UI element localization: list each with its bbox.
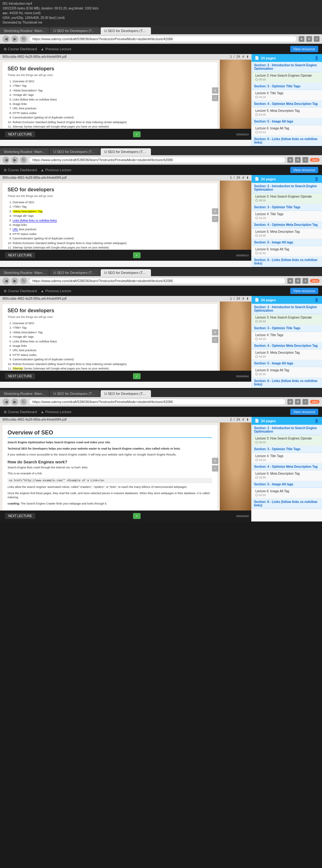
lecture-item-3d[interactable]: Lecture 3: How Search Engines Operate 08… <box>252 435 322 446</box>
lecture-item-6a[interactable]: Lecture 6: Image Alt Tag 02:02 <box>252 125 322 136</box>
course-dashboard-btn-2[interactable]: ⊞ Course Dashboard <box>4 168 37 172</box>
ext-icon-3b[interactable]: ⚙ <box>295 278 301 284</box>
next-lecture-btn-1[interactable]: NEXT LECTURE <box>5 131 35 137</box>
view-resource-btn-1[interactable]: View resource <box>290 46 319 52</box>
nav-back-4[interactable]: ◀ <box>2 398 9 405</box>
nav-refresh-2[interactable]: ↻ <box>20 156 27 163</box>
address-bar-3[interactable]: https://www.udemy.com/draft/538036/learn… <box>29 278 286 284</box>
checkmark-btn-3[interactable]: ✓ <box>133 373 141 379</box>
lecture-item-5c[interactable]: Lecture 5: Meta Description Tag 04:05 <box>252 349 322 360</box>
ext-icon-3a[interactable]: ★ <box>287 278 293 284</box>
tab-seo-active-2[interactable]: U SEO for Developers (Tech...) <box>100 148 151 155</box>
nav-forward-4[interactable]: ▶ <box>11 398 18 405</box>
lecture-item-6d[interactable]: Lecture 6: Image Alt Tag 02:02 <box>252 488 322 499</box>
scroll-down-btn-4[interactable]: − <box>212 465 218 471</box>
view-resource-btn-3[interactable]: View resource <box>290 288 319 294</box>
tab-seo-3[interactable]: U SEO for Developers (Tech...) <box>50 269 100 276</box>
nav-back-1[interactable]: ◀ <box>2 35 9 42</box>
prev-lecture-btn-3[interactable]: ▲ Previous Lecture <box>40 289 71 293</box>
tab-stretching-4[interactable]: Stretching Routine: Warn... <box>0 390 49 397</box>
ext-icon-1[interactable]: ★ <box>299 36 304 42</box>
pdf-refresh-icon-1[interactable]: ↺ <box>242 55 244 58</box>
pdf-refresh-icon-3[interactable]: ↺ <box>242 297 244 300</box>
lecture-item-3b[interactable]: Lecture 3: How Search Engines Operate 08… <box>252 193 322 204</box>
checkmark-btn-1[interactable]: ✓ <box>133 131 141 137</box>
lecture-item-6b[interactable]: Lecture 6: Image Alt Tag 02:02 <box>252 246 322 257</box>
nav-refresh-4[interactable]: ↻ <box>20 398 27 405</box>
ext-icon-4a[interactable]: ★ <box>287 399 293 405</box>
lecture-item-4b[interactable]: Lecture 4: Title Tags 04:16 <box>252 211 322 221</box>
scroll-up-btn-2[interactable]: + <box>212 208 218 215</box>
ext-icon-3c[interactable]: ≡ <box>302 278 308 284</box>
lecture-item-5d[interactable]: Lecture 5: Meta Description Tag 04:05 <box>252 470 322 481</box>
pdf-download-icon-2[interactable]: ⬇ <box>246 176 249 179</box>
scroll-up-btn-4[interactable]: + <box>212 458 218 464</box>
lecture-item-3a[interactable]: Lecture 3: How Search Engines Operate 08… <box>252 72 322 83</box>
pdf-refresh-icon-4[interactable]: ↺ <box>242 418 244 421</box>
course-dashboard-btn-4[interactable]: ⊞ Course Dashboard <box>4 410 37 414</box>
clock-icon-3d <box>255 441 258 443</box>
lecture-item-5b[interactable]: Lecture 5: Meta Description Tag 04:05 <box>252 228 322 239</box>
nav-forward-2[interactable]: ▶ <box>11 156 18 163</box>
course-dashboard-btn-1[interactable]: ⊞ Course Dashboard <box>4 47 37 51</box>
list3-item-4: <Image alt> tags <box>12 335 212 339</box>
course-dashboard-btn-3[interactable]: ⊞ Course Dashboard <box>4 289 37 293</box>
tab-seo-active-3[interactable]: U SEO for Developers (Tech...) <box>100 269 151 276</box>
pdf-download-icon-1[interactable]: ⬇ <box>246 55 249 58</box>
nav-refresh-1[interactable]: ↻ <box>20 35 27 42</box>
next-lecture-btn-4[interactable]: NEXT LECTURE <box>5 513 35 519</box>
lecture-item-3c[interactable]: Lecture 3: How Search Engines Operate 08… <box>252 314 322 325</box>
tab-seo-developers-2[interactable]: U SEO for Developers (Tech...) <box>50 148 100 155</box>
tab-stretching-2[interactable]: Stretching Routine: Warn... <box>0 148 49 155</box>
scroll-down-btn-2[interactable]: − <box>212 216 218 222</box>
prev-icon-4: ▲ <box>40 410 44 414</box>
lecture-item-4d[interactable]: Lecture 4: Title Tags 04:16 <box>252 453 322 463</box>
address-bar-2[interactable]: https://www.udemy.com/draft/538036/learn… <box>29 157 286 163</box>
tab-stretching-1[interactable]: Stretching Routine: Warn... <box>0 27 49 34</box>
pdf-download-icon-4[interactable]: ⬇ <box>246 418 249 421</box>
ext-icon-4c[interactable]: ≡ <box>302 399 308 405</box>
nav-refresh-3[interactable]: ↻ <box>20 277 27 284</box>
nav-back-2[interactable]: ◀ <box>2 156 9 163</box>
lecture-item-5a[interactable]: Lecture 5: Meta Description Tag 04:05 <box>252 107 322 118</box>
ext-icon-2a[interactable]: ★ <box>287 157 293 163</box>
browser-chrome-3: Stretching Routine: Warn... U SEO for De… <box>0 268 322 286</box>
nav-forward-3[interactable]: ▶ <box>11 277 18 284</box>
ext-icon-2b[interactable]: ⚙ <box>295 157 301 163</box>
prev-lecture-btn-2[interactable]: ▲ Previous Lecture <box>40 168 71 172</box>
checkmark-btn-4[interactable]: ✓ <box>133 513 141 519</box>
scroll-down-btn-1[interactable]: − <box>212 95 218 101</box>
nav-back-3[interactable]: ◀ <box>2 277 9 284</box>
next-lecture-btn-2[interactable]: NEXT LECTURE <box>5 252 35 258</box>
tab-seo-developers-1[interactable]: U SEO for Developers (Tech...) <box>50 27 100 34</box>
prev-lecture-btn-4[interactable]: ▲ Previous Lecture <box>40 410 71 414</box>
lecture-item-6c[interactable]: Lecture 6: Image Alt Tag 02:02 <box>252 367 322 378</box>
tab-seo-developers-active-1[interactable]: U SEO for Developers (Tech...) <box>100 27 151 34</box>
checkmark-btn-2[interactable]: ✓ <box>133 252 141 258</box>
tab-seo-4[interactable]: U SEO for Developers (Tech...) <box>50 390 100 397</box>
view-resource-btn-2[interactable]: View resource <box>290 167 319 173</box>
ext-icon-2c[interactable]: ≡ <box>302 157 308 163</box>
scroll-up-btn-3[interactable]: + <box>212 329 218 336</box>
view-resource-btn-4[interactable]: View resource <box>290 409 319 415</box>
pdf-download-icon-3[interactable]: ⬇ <box>246 297 249 300</box>
pages-count-1: 24 pages <box>261 56 276 60</box>
pdf-refresh-icon-2[interactable]: ↺ <box>242 176 244 179</box>
prev-lecture-btn-1[interactable]: ▲ Previous Lecture <box>40 47 71 51</box>
pdf-page-info-3: 1 / 24 ↺ ⬇ <box>230 297 249 300</box>
ext-icon-4b[interactable]: ⚙ <box>295 399 301 405</box>
pdf-filename-2: 800ccdda-4882-4a28-880a-a4c44ede89f4.pdf <box>2 176 67 179</box>
tab-stretching-3[interactable]: Stretching Routine: Warn... <box>0 269 49 276</box>
lecture-item-4c[interactable]: Lecture 4: Title Tags 04:16 <box>252 332 322 342</box>
scroll-up-btn-1[interactable]: + <box>212 87 218 94</box>
ext-icon-3[interactable]: ≡ <box>314 36 320 42</box>
address-bar-1[interactable]: https://www.udemy.com/draft/538036/learn… <box>29 36 297 42</box>
scroll-down-btn-3[interactable]: − <box>212 337 218 343</box>
lecture-item-4a[interactable]: Lecture 4: Title Tags 04:16 <box>252 90 322 100</box>
tab-seo-active-4[interactable]: U SEO for Developers (Tech...) <box>100 390 151 397</box>
address-bar-4[interactable]: https://www.udemy.com/draft/538036/learn… <box>29 399 286 405</box>
next-lecture-btn-3[interactable]: NEXT LECTURE <box>5 373 35 379</box>
ext-icon-2[interactable]: ⚙ <box>306 36 312 42</box>
nav-forward-1[interactable]: ▶ <box>11 35 18 42</box>
main-area-1: 800ccdda-4882-4a28-880a-a4c44ede89f4.pdf… <box>0 54 322 146</box>
